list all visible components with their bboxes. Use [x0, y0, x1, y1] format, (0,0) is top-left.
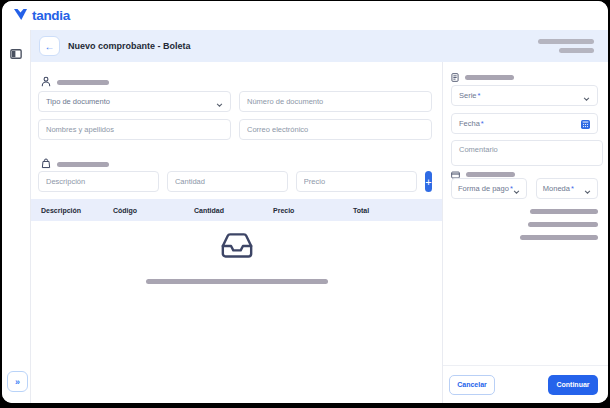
brand-logo: tandia [13, 7, 70, 25]
client-row-1: Tipo de documento [38, 91, 432, 112]
required-mark: * [481, 119, 484, 128]
back-arrow-icon: ← [45, 41, 55, 52]
topbar: tandia [2, 1, 608, 30]
back-button[interactable]: ← [39, 36, 60, 56]
document-icon [451, 68, 459, 86]
email-input[interactable] [239, 119, 432, 140]
document-number-input[interactable] [239, 91, 432, 112]
skeleton-text [146, 279, 328, 284]
payment-method-select[interactable]: Forma de pago* [451, 178, 527, 199]
app-window: tandia » ← Nuevo comprobante - Boleta [2, 1, 608, 403]
detail-panel: Serie* Fecha* [442, 62, 608, 403]
chevron-down-icon [583, 87, 590, 105]
full-name-input[interactable] [38, 119, 231, 140]
column-header: Código [113, 207, 194, 214]
chevron-down-icon [584, 180, 591, 198]
mini-sidebar: » [2, 30, 31, 403]
brand-name: tandia [32, 8, 70, 23]
column-header: Precio [273, 207, 353, 214]
document-type-label: Tipo de documento [46, 97, 110, 106]
document-detail-header [451, 68, 514, 86]
description-input[interactable] [38, 171, 159, 192]
skeleton-text [538, 39, 594, 44]
quantity-input[interactable] [167, 171, 288, 192]
skeleton-text [57, 162, 109, 167]
inbox-icon [218, 229, 256, 267]
column-header: Total [353, 207, 442, 214]
required-mark: * [478, 91, 481, 100]
cancel-button[interactable]: Cancelar [449, 375, 495, 395]
skeleton-text [559, 48, 594, 53]
skeleton-text [465, 75, 514, 80]
client-section-header [41, 73, 109, 91]
series-select[interactable]: Serie* [451, 85, 598, 106]
column-header: Cantidad [194, 207, 273, 214]
date-field[interactable]: Fecha* [451, 113, 598, 134]
skeleton-text [466, 172, 515, 177]
currency-select[interactable]: Moneda* [536, 178, 598, 199]
chevron-down-icon [513, 180, 520, 198]
items-table-header: Descripción Código Cantidad Precio Total [31, 199, 442, 221]
price-input[interactable] [296, 171, 417, 192]
column-header: Descripción [31, 207, 113, 214]
client-row-2 [38, 119, 432, 140]
skeleton-text [530, 209, 598, 214]
required-mark: * [571, 184, 574, 193]
skeleton-text [520, 235, 598, 240]
comment-textarea[interactable] [451, 140, 603, 166]
date-label: Fecha* [459, 119, 484, 128]
currency-label: Moneda* [543, 184, 574, 193]
payment-row: Forma de pago* Moneda* [451, 178, 598, 199]
series-label: Serie* [459, 91, 480, 100]
header-skeletons [538, 39, 594, 53]
sidebar-expand-button[interactable]: » [7, 371, 28, 392]
skeleton-text [57, 80, 109, 85]
detail-footer: Cancelar Continuar [443, 365, 608, 403]
page-title: Nuevo comprobante - Boleta [68, 41, 191, 51]
empty-state [31, 229, 442, 284]
brand-logo-icon [13, 7, 28, 25]
main-panel: Tipo de documento + [31, 62, 442, 403]
calendar-icon[interactable] [581, 115, 590, 133]
panel-left-icon[interactable] [10, 46, 22, 58]
payment-method-label: Forma de pago* [458, 184, 513, 193]
continue-button[interactable]: Continuar [548, 375, 598, 395]
person-icon [41, 73, 51, 91]
add-item-button[interactable]: + [425, 171, 432, 192]
item-entry-row: + [38, 171, 432, 192]
chevron-down-icon [216, 93, 223, 111]
page-header: ← Nuevo comprobante - Boleta [31, 30, 608, 62]
document-type-select[interactable]: Tipo de documento [38, 91, 231, 112]
skeleton-text [528, 222, 598, 227]
